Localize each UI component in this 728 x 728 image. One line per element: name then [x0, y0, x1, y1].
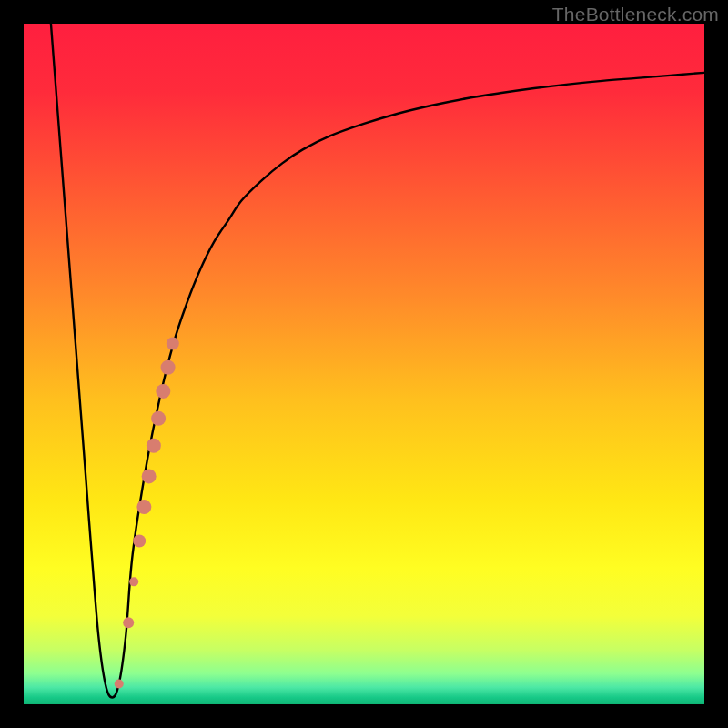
highlight-dot	[167, 338, 179, 350]
highlight-dot	[129, 577, 138, 586]
plot-area	[24, 24, 704, 704]
highlight-dot	[115, 680, 124, 689]
gradient-background	[24, 24, 704, 704]
highlight-dot	[151, 411, 166, 426]
chart-svg	[24, 24, 704, 704]
highlight-dot	[161, 360, 176, 375]
watermark-text: TheBottleneck.com	[552, 4, 719, 25]
highlight-dot	[147, 439, 161, 453]
highlight-dot	[136, 500, 151, 514]
highlight-dot	[123, 617, 134, 628]
highlight-dot	[142, 469, 157, 483]
highlight-dot	[133, 534, 146, 547]
highlight-dot	[156, 384, 170, 399]
chart-frame: TheBottleneck.com	[0, 0, 728, 728]
